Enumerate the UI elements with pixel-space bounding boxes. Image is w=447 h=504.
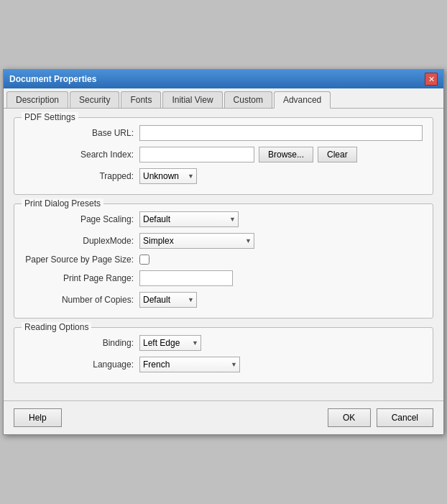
print-dialog-label: Print Dialog Presets: [22, 198, 103, 209]
search-index-row: Search Index: Browse... Clear: [24, 147, 423, 162]
title-bar: Document Properties ✕: [4, 70, 443, 88]
duplex-mode-row: DuplexMode: Simplex Duplex Flip Long Edg…: [24, 233, 423, 249]
search-index-input[interactable]: [139, 147, 254, 162]
print-page-range-row: Print Page Range:: [24, 270, 423, 286]
duplex-mode-select[interactable]: Simplex Duplex Flip Long Edge Duplex Fli…: [139, 233, 254, 249]
tab-security[interactable]: Security: [70, 91, 119, 108]
language-wrapper: French English German Spanish ▼: [139, 357, 240, 372]
tab-description[interactable]: Description: [6, 91, 68, 108]
language-row: Language: French English German Spanish …: [24, 357, 423, 372]
help-button[interactable]: Help: [14, 408, 62, 427]
pdf-settings-label: PDF Settings: [22, 112, 78, 122]
page-scaling-label: Page Scaling:: [24, 214, 139, 224]
tab-custom[interactable]: Custom: [224, 91, 272, 108]
paper-source-checkbox[interactable]: [139, 255, 149, 265]
trapped-row: Trapped: Unknown True False ▼: [24, 168, 423, 184]
number-copies-select[interactable]: Default 1 2: [139, 292, 197, 308]
print-dialog-group: Print Dialog Presets Page Scaling: Defau…: [14, 203, 433, 319]
language-select[interactable]: French English German Spanish: [139, 357, 240, 372]
tab-initial-view[interactable]: Initial View: [162, 91, 222, 108]
ok-button[interactable]: OK: [328, 408, 371, 427]
base-url-input[interactable]: [139, 125, 423, 141]
tabs-bar: Description Security Fonts Initial View …: [4, 88, 443, 109]
binding-wrapper: Left Edge Right Edge ▼: [139, 335, 201, 351]
tab-advanced[interactable]: Advanced: [274, 91, 331, 109]
base-url-row: Base URL:: [24, 125, 423, 141]
cancel-button[interactable]: Cancel: [377, 408, 433, 427]
number-copies-label: Number of Copies:: [24, 295, 139, 305]
base-url-label: Base URL:: [24, 128, 139, 138]
search-index-label: Search Index:: [24, 150, 139, 160]
footer-right: OK Cancel: [328, 408, 433, 427]
footer: Help OK Cancel: [4, 400, 443, 434]
page-scaling-row: Page Scaling: Default None Fit to Printe…: [24, 211, 423, 227]
page-scaling-wrapper: Default None Fit to Printer Margins ▼: [139, 211, 239, 227]
trapped-select-wrapper: Unknown True False ▼: [139, 168, 197, 184]
browse-button[interactable]: Browse...: [259, 147, 313, 162]
pdf-settings-group: PDF Settings Base URL: Search Index: Bro…: [14, 117, 433, 195]
paper-source-row: Paper Source by Page Size:: [24, 255, 423, 265]
binding-label: Binding:: [24, 338, 139, 348]
reading-options-group: Reading Options Binding: Left Edge Right…: [14, 327, 433, 383]
duplex-mode-wrapper: Simplex Duplex Flip Long Edge Duplex Fli…: [139, 233, 254, 249]
duplex-mode-label: DuplexMode:: [24, 236, 139, 246]
number-copies-row: Number of Copies: Default 1 2 ▼: [24, 292, 423, 308]
print-page-range-input[interactable]: [139, 270, 233, 286]
print-page-range-label: Print Page Range:: [24, 273, 139, 283]
number-copies-wrapper: Default 1 2 ▼: [139, 292, 197, 308]
clear-button[interactable]: Clear: [318, 147, 357, 162]
paper-source-label: Paper Source by Page Size:: [24, 255, 139, 265]
binding-select[interactable]: Left Edge Right Edge: [139, 335, 201, 351]
binding-row: Binding: Left Edge Right Edge ▼: [24, 335, 423, 351]
reading-options-label: Reading Options: [22, 322, 91, 332]
document-properties-window: Document Properties ✕ Description Securi…: [3, 69, 444, 435]
trapped-label: Trapped:: [24, 171, 139, 181]
language-label: Language:: [24, 359, 139, 370]
close-button[interactable]: ✕: [425, 73, 438, 86]
trapped-select[interactable]: Unknown True False: [139, 168, 197, 184]
window-title: Document Properties: [9, 74, 96, 84]
tab-fonts[interactable]: Fonts: [121, 91, 161, 108]
page-scaling-select[interactable]: Default None Fit to Printer Margins: [139, 211, 239, 227]
tab-content: PDF Settings Base URL: Search Index: Bro…: [4, 109, 443, 400]
